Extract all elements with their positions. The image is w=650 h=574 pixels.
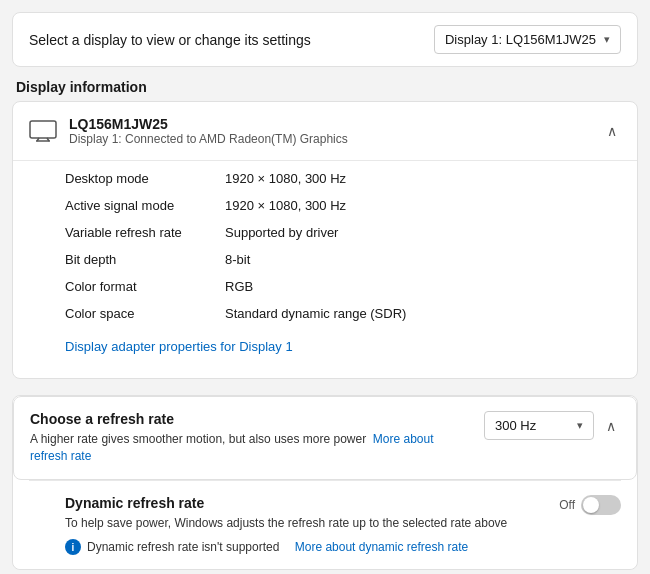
info-row-value: RGB — [225, 279, 253, 294]
display-header-left: LQ156M1JW25 Display 1: Connected to AMD … — [29, 116, 348, 146]
info-row-label: Variable refresh rate — [65, 225, 225, 240]
dynamic-refresh-title: Dynamic refresh rate — [65, 495, 543, 511]
info-row: Variable refresh rateSupported by driver — [65, 219, 637, 246]
refresh-rate-inner: Choose a refresh rate A higher rate give… — [13, 396, 637, 480]
more-about-dynamic-link[interactable]: More about dynamic refresh rate — [295, 540, 468, 554]
refresh-rate-dropdown[interactable]: 300 Hz ▾ — [484, 411, 594, 440]
dynamic-refresh-section: Dynamic refresh rate To help save power,… — [13, 481, 637, 570]
info-row: Color spaceStandard dynamic range (SDR) — [65, 300, 637, 327]
info-row-label: Active signal mode — [65, 198, 225, 213]
dynamic-refresh-note: i Dynamic refresh rate isn't supported M… — [65, 539, 543, 555]
refresh-rate-header: Choose a refresh rate A higher rate give… — [30, 411, 620, 465]
display-info-card: LQ156M1JW25 Display 1: Connected to AMD … — [12, 101, 638, 379]
dropdown-chevron-icon: ▾ — [604, 33, 610, 46]
info-row-label: Color format — [65, 279, 225, 294]
refresh-collapse-button[interactable]: ∧ — [602, 414, 620, 438]
collapse-button[interactable]: ∧ — [603, 119, 621, 143]
display-header: LQ156M1JW25 Display 1: Connected to AMD … — [13, 102, 637, 161]
refresh-rate-section: Choose a refresh rate A higher rate give… — [12, 395, 638, 570]
info-row-value: 1920 × 1080, 300 Hz — [225, 198, 346, 213]
display-info-table: Desktop mode1920 × 1080, 300 HzActive si… — [13, 161, 637, 331]
display-information-section: Display information LQ156M1JW25 Display … — [12, 75, 638, 379]
info-row-label: Bit depth — [65, 252, 225, 267]
dropdown-value: Display 1: LQ156M1JW25 — [445, 32, 596, 47]
dynamic-note-text: Dynamic refresh rate isn't supported — [87, 540, 279, 554]
dynamic-refresh-header: Dynamic refresh rate To help save power,… — [65, 495, 621, 556]
info-row-value: 1920 × 1080, 300 Hz — [225, 171, 346, 186]
rate-dropdown-value: 300 Hz — [495, 418, 536, 433]
info-row: Active signal mode1920 × 1080, 300 Hz — [65, 192, 637, 219]
display-info-title: Display information — [12, 75, 638, 95]
dynamic-refresh-left: Dynamic refresh rate To help save power,… — [65, 495, 543, 556]
selector-label: Select a display to view or change its s… — [29, 32, 311, 48]
refresh-rate-card: Choose a refresh rate A higher rate give… — [12, 395, 638, 570]
display-subtitle: Display 1: Connected to AMD Radeon(TM) G… — [69, 132, 348, 146]
adapter-properties-link[interactable]: Display adapter properties for Display 1 — [65, 331, 621, 366]
info-row-label: Desktop mode — [65, 171, 225, 186]
info-row: Bit depth8-bit — [65, 246, 637, 273]
info-row-label: Color space — [65, 306, 225, 321]
rate-dropdown-chevron-icon: ▾ — [577, 419, 583, 432]
refresh-header-left: Choose a refresh rate A higher rate give… — [30, 411, 468, 465]
monitor-icon — [29, 120, 57, 142]
display-dropdown[interactable]: Display 1: LQ156M1JW25 ▾ — [434, 25, 621, 54]
display-name: LQ156M1JW25 — [69, 116, 348, 132]
refresh-rate-desc: A higher rate gives smoother motion, but… — [30, 431, 468, 465]
display-name-block: LQ156M1JW25 Display 1: Connected to AMD … — [69, 116, 348, 146]
svg-rect-0 — [30, 121, 56, 138]
toggle-knob — [583, 497, 599, 513]
display-selector-bar: Select a display to view or change its s… — [12, 12, 638, 67]
info-row-value: Supported by driver — [225, 225, 338, 240]
info-row-value: 8-bit — [225, 252, 250, 267]
dynamic-refresh-toggle-container: Off — [559, 495, 621, 515]
refresh-rate-right: 300 Hz ▾ ∧ — [484, 411, 620, 440]
dynamic-refresh-toggle[interactable] — [581, 495, 621, 515]
info-row: Color formatRGB — [65, 273, 637, 300]
refresh-desc-text: A higher rate gives smoother motion, but… — [30, 432, 366, 446]
info-row: Desktop mode1920 × 1080, 300 Hz — [65, 165, 637, 192]
toggle-off-label: Off — [559, 498, 575, 512]
info-row-value: Standard dynamic range (SDR) — [225, 306, 406, 321]
dynamic-refresh-desc: To help save power, Windows adjusts the … — [65, 515, 543, 532]
refresh-rate-title: Choose a refresh rate — [30, 411, 468, 427]
info-icon: i — [65, 539, 81, 555]
